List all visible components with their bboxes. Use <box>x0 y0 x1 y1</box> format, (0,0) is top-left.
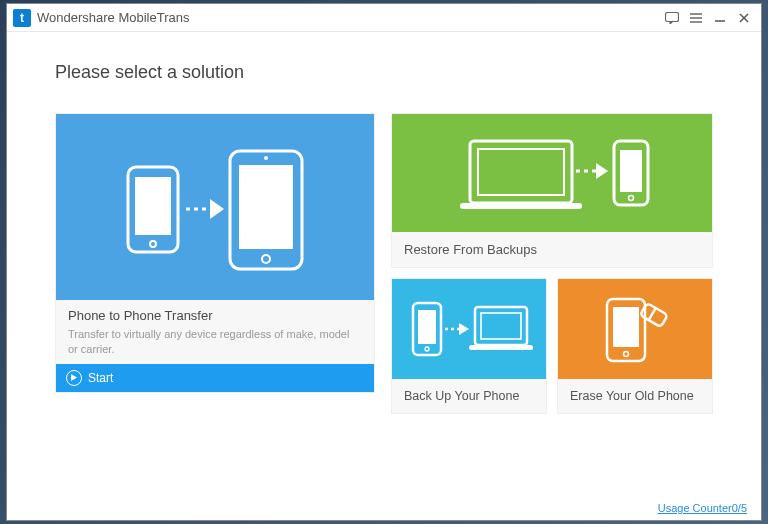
tile-description: Transfer to virtually any device regardl… <box>68 327 362 358</box>
svg-rect-27 <box>481 313 521 339</box>
small-tile-row: Back Up Your Phone <box>391 278 713 414</box>
svg-rect-20 <box>620 150 642 192</box>
close-button[interactable] <box>733 7 755 29</box>
app-title: Wondershare MobileTrans <box>37 10 659 25</box>
erase-illustration <box>558 279 712 379</box>
right-column: Restore From Backups <box>391 113 713 414</box>
tile-title: Phone to Phone Transfer <box>68 308 362 323</box>
minimize-button[interactable] <box>709 7 731 29</box>
tile-restore-backups[interactable]: Restore From Backups <box>391 113 713 268</box>
start-button[interactable]: Start <box>56 364 374 392</box>
svg-point-24 <box>425 347 429 351</box>
svg-rect-30 <box>613 307 639 347</box>
tile-phone-transfer[interactable]: Phone to Phone Transfer Transfer to virt… <box>55 113 375 393</box>
tile-grid: Phone to Phone Transfer Transfer to virt… <box>55 113 713 414</box>
svg-rect-8 <box>135 177 171 235</box>
content-area: Please select a solution <box>7 32 761 520</box>
svg-rect-15 <box>470 141 572 203</box>
svg-rect-28 <box>469 345 533 350</box>
svg-rect-0 <box>666 12 679 21</box>
app-window: t Wondershare MobileTrans Please select … <box>6 3 762 521</box>
start-label: Start <box>88 371 113 385</box>
svg-rect-11 <box>239 165 293 249</box>
tile-title: Restore From Backups <box>392 232 712 267</box>
restore-illustration <box>392 114 712 232</box>
svg-rect-23 <box>418 310 436 344</box>
svg-point-12 <box>262 255 270 263</box>
svg-line-33 <box>649 308 656 320</box>
usage-counter-link[interactable]: Usage Counter0/5 <box>658 502 747 514</box>
tile-erase-phone[interactable]: Erase Your Old Phone <box>557 278 713 414</box>
menu-button[interactable] <box>685 7 707 29</box>
tile-backup-phone[interactable]: Back Up Your Phone <box>391 278 547 414</box>
svg-rect-17 <box>460 203 582 209</box>
play-icon <box>66 370 82 386</box>
tile-title: Back Up Your Phone <box>392 379 546 413</box>
left-column: Phone to Phone Transfer Transfer to virt… <box>55 113 375 414</box>
feedback-button[interactable] <box>661 7 683 29</box>
svg-point-9 <box>150 241 156 247</box>
backup-illustration <box>392 279 546 379</box>
phone-transfer-caption: Phone to Phone Transfer Transfer to virt… <box>56 300 374 364</box>
svg-point-13 <box>264 156 268 160</box>
title-bar: t Wondershare MobileTrans <box>7 4 761 32</box>
svg-point-31 <box>624 352 629 357</box>
app-logo-icon: t <box>13 9 31 27</box>
tile-title: Erase Your Old Phone <box>558 379 712 413</box>
page-heading: Please select a solution <box>55 62 713 83</box>
phone-transfer-illustration <box>56 114 374 300</box>
svg-point-21 <box>629 196 634 201</box>
svg-rect-16 <box>478 149 564 195</box>
